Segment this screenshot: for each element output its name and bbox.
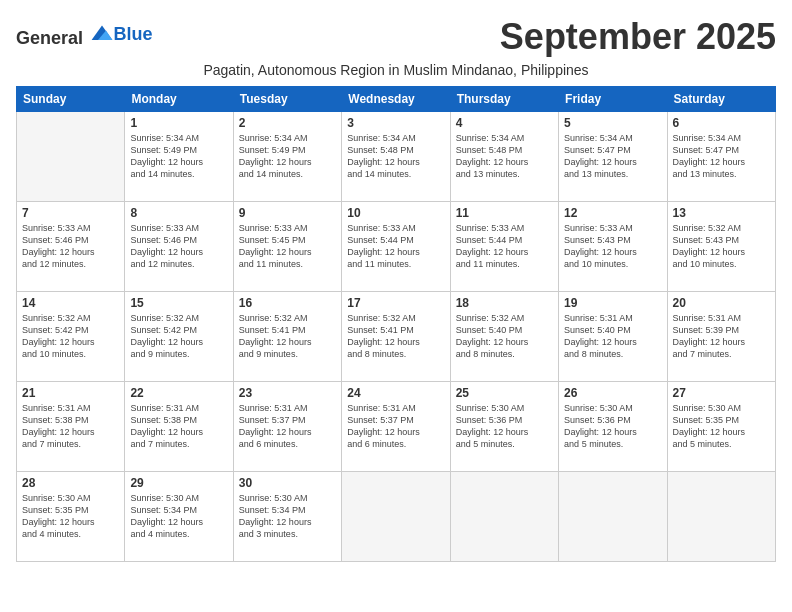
- day-info: Sunrise: 5:31 AMSunset: 5:38 PMDaylight:…: [22, 402, 119, 451]
- calendar-cell: 2Sunrise: 5:34 AMSunset: 5:49 PMDaylight…: [233, 112, 341, 202]
- calendar-cell: [450, 472, 558, 562]
- day-number: 6: [673, 116, 770, 130]
- calendar-cell: 4Sunrise: 5:34 AMSunset: 5:48 PMDaylight…: [450, 112, 558, 202]
- week-row-5: 28Sunrise: 5:30 AMSunset: 5:35 PMDayligh…: [17, 472, 776, 562]
- column-header-friday: Friday: [559, 87, 667, 112]
- day-number: 3: [347, 116, 444, 130]
- calendar-cell: 23Sunrise: 5:31 AMSunset: 5:37 PMDayligh…: [233, 382, 341, 472]
- day-info: Sunrise: 5:32 AMSunset: 5:42 PMDaylight:…: [130, 312, 227, 361]
- day-info: Sunrise: 5:34 AMSunset: 5:49 PMDaylight:…: [130, 132, 227, 181]
- calendar-cell: 24Sunrise: 5:31 AMSunset: 5:37 PMDayligh…: [342, 382, 450, 472]
- day-info: Sunrise: 5:30 AMSunset: 5:35 PMDaylight:…: [673, 402, 770, 451]
- week-row-2: 7Sunrise: 5:33 AMSunset: 5:46 PMDaylight…: [17, 202, 776, 292]
- day-number: 16: [239, 296, 336, 310]
- day-number: 23: [239, 386, 336, 400]
- day-number: 9: [239, 206, 336, 220]
- calendar-cell: 27Sunrise: 5:30 AMSunset: 5:35 PMDayligh…: [667, 382, 775, 472]
- day-info: Sunrise: 5:34 AMSunset: 5:47 PMDaylight:…: [673, 132, 770, 181]
- calendar-cell: 14Sunrise: 5:32 AMSunset: 5:42 PMDayligh…: [17, 292, 125, 382]
- calendar-cell: 19Sunrise: 5:31 AMSunset: 5:40 PMDayligh…: [559, 292, 667, 382]
- calendar-cell: 8Sunrise: 5:33 AMSunset: 5:46 PMDaylight…: [125, 202, 233, 292]
- calendar-cell: [667, 472, 775, 562]
- calendar-cell: 15Sunrise: 5:32 AMSunset: 5:42 PMDayligh…: [125, 292, 233, 382]
- day-info: Sunrise: 5:32 AMSunset: 5:42 PMDaylight:…: [22, 312, 119, 361]
- day-number: 10: [347, 206, 444, 220]
- calendar-cell: 25Sunrise: 5:30 AMSunset: 5:36 PMDayligh…: [450, 382, 558, 472]
- calendar-cell: 1Sunrise: 5:34 AMSunset: 5:49 PMDaylight…: [125, 112, 233, 202]
- day-info: Sunrise: 5:32 AMSunset: 5:43 PMDaylight:…: [673, 222, 770, 271]
- day-number: 14: [22, 296, 119, 310]
- day-number: 20: [673, 296, 770, 310]
- column-header-monday: Monday: [125, 87, 233, 112]
- column-header-tuesday: Tuesday: [233, 87, 341, 112]
- logo-icon: [90, 20, 114, 44]
- calendar-cell: 13Sunrise: 5:32 AMSunset: 5:43 PMDayligh…: [667, 202, 775, 292]
- day-number: 11: [456, 206, 553, 220]
- day-number: 18: [456, 296, 553, 310]
- day-info: Sunrise: 5:33 AMSunset: 5:46 PMDaylight:…: [130, 222, 227, 271]
- day-number: 15: [130, 296, 227, 310]
- calendar-cell: 28Sunrise: 5:30 AMSunset: 5:35 PMDayligh…: [17, 472, 125, 562]
- day-info: Sunrise: 5:34 AMSunset: 5:48 PMDaylight:…: [456, 132, 553, 181]
- calendar-cell: 10Sunrise: 5:33 AMSunset: 5:44 PMDayligh…: [342, 202, 450, 292]
- day-info: Sunrise: 5:30 AMSunset: 5:35 PMDaylight:…: [22, 492, 119, 541]
- day-info: Sunrise: 5:33 AMSunset: 5:44 PMDaylight:…: [456, 222, 553, 271]
- day-number: 27: [673, 386, 770, 400]
- calendar-cell: 11Sunrise: 5:33 AMSunset: 5:44 PMDayligh…: [450, 202, 558, 292]
- calendar-cell: 17Sunrise: 5:32 AMSunset: 5:41 PMDayligh…: [342, 292, 450, 382]
- subtitle: Pagatin, Autonomous Region in Muslim Min…: [16, 62, 776, 78]
- calendar-cell: 20Sunrise: 5:31 AMSunset: 5:39 PMDayligh…: [667, 292, 775, 382]
- day-number: 4: [456, 116, 553, 130]
- calendar-cell: 22Sunrise: 5:31 AMSunset: 5:38 PMDayligh…: [125, 382, 233, 472]
- day-info: Sunrise: 5:30 AMSunset: 5:34 PMDaylight:…: [239, 492, 336, 541]
- day-number: 28: [22, 476, 119, 490]
- day-number: 19: [564, 296, 661, 310]
- calendar-table: SundayMondayTuesdayWednesdayThursdayFrid…: [16, 86, 776, 562]
- day-info: Sunrise: 5:34 AMSunset: 5:49 PMDaylight:…: [239, 132, 336, 181]
- day-info: Sunrise: 5:32 AMSunset: 5:40 PMDaylight:…: [456, 312, 553, 361]
- column-header-saturday: Saturday: [667, 87, 775, 112]
- calendar-cell: 3Sunrise: 5:34 AMSunset: 5:48 PMDaylight…: [342, 112, 450, 202]
- day-number: 30: [239, 476, 336, 490]
- calendar-cell: 21Sunrise: 5:31 AMSunset: 5:38 PMDayligh…: [17, 382, 125, 472]
- day-number: 24: [347, 386, 444, 400]
- column-header-thursday: Thursday: [450, 87, 558, 112]
- calendar-cell: 29Sunrise: 5:30 AMSunset: 5:34 PMDayligh…: [125, 472, 233, 562]
- day-number: 29: [130, 476, 227, 490]
- calendar-cell: 30Sunrise: 5:30 AMSunset: 5:34 PMDayligh…: [233, 472, 341, 562]
- day-info: Sunrise: 5:32 AMSunset: 5:41 PMDaylight:…: [347, 312, 444, 361]
- day-info: Sunrise: 5:31 AMSunset: 5:39 PMDaylight:…: [673, 312, 770, 361]
- day-number: 22: [130, 386, 227, 400]
- day-number: 12: [564, 206, 661, 220]
- calendar-cell: 6Sunrise: 5:34 AMSunset: 5:47 PMDaylight…: [667, 112, 775, 202]
- column-header-sunday: Sunday: [17, 87, 125, 112]
- day-info: Sunrise: 5:31 AMSunset: 5:37 PMDaylight:…: [347, 402, 444, 451]
- calendar-cell: 18Sunrise: 5:32 AMSunset: 5:40 PMDayligh…: [450, 292, 558, 382]
- day-number: 2: [239, 116, 336, 130]
- day-number: 8: [130, 206, 227, 220]
- header: General Blue September 2025: [16, 16, 776, 58]
- day-number: 7: [22, 206, 119, 220]
- calendar-cell: 12Sunrise: 5:33 AMSunset: 5:43 PMDayligh…: [559, 202, 667, 292]
- calendar-cell: [559, 472, 667, 562]
- column-header-wednesday: Wednesday: [342, 87, 450, 112]
- day-info: Sunrise: 5:33 AMSunset: 5:44 PMDaylight:…: [347, 222, 444, 271]
- week-row-4: 21Sunrise: 5:31 AMSunset: 5:38 PMDayligh…: [17, 382, 776, 472]
- calendar-cell: 26Sunrise: 5:30 AMSunset: 5:36 PMDayligh…: [559, 382, 667, 472]
- day-info: Sunrise: 5:30 AMSunset: 5:36 PMDaylight:…: [456, 402, 553, 451]
- day-number: 13: [673, 206, 770, 220]
- day-number: 5: [564, 116, 661, 130]
- day-info: Sunrise: 5:33 AMSunset: 5:46 PMDaylight:…: [22, 222, 119, 271]
- calendar-header-row: SundayMondayTuesdayWednesdayThursdayFrid…: [17, 87, 776, 112]
- day-info: Sunrise: 5:32 AMSunset: 5:41 PMDaylight:…: [239, 312, 336, 361]
- day-info: Sunrise: 5:34 AMSunset: 5:48 PMDaylight:…: [347, 132, 444, 181]
- calendar-cell: 5Sunrise: 5:34 AMSunset: 5:47 PMDaylight…: [559, 112, 667, 202]
- day-info: Sunrise: 5:33 AMSunset: 5:45 PMDaylight:…: [239, 222, 336, 271]
- day-info: Sunrise: 5:30 AMSunset: 5:34 PMDaylight:…: [130, 492, 227, 541]
- day-info: Sunrise: 5:31 AMSunset: 5:37 PMDaylight:…: [239, 402, 336, 451]
- day-info: Sunrise: 5:33 AMSunset: 5:43 PMDaylight:…: [564, 222, 661, 271]
- day-info: Sunrise: 5:31 AMSunset: 5:38 PMDaylight:…: [130, 402, 227, 451]
- calendar-cell: [17, 112, 125, 202]
- day-info: Sunrise: 5:30 AMSunset: 5:36 PMDaylight:…: [564, 402, 661, 451]
- week-row-3: 14Sunrise: 5:32 AMSunset: 5:42 PMDayligh…: [17, 292, 776, 382]
